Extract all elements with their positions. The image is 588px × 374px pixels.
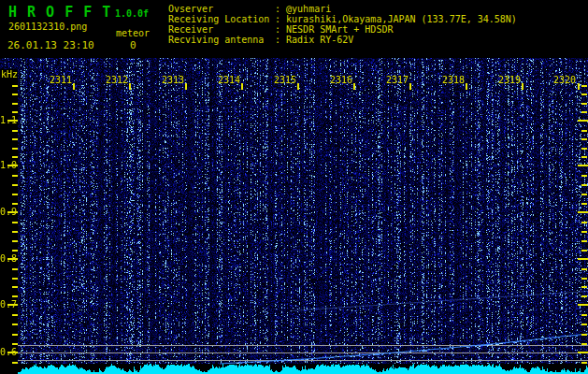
station-info-row: Receiving Location: kurashiki,Okayama,JA… (168, 14, 517, 24)
info-row-separator: : (275, 35, 286, 45)
info-row-value: Radix RY-62V (286, 35, 353, 45)
datetime-label: 26.01.13 23:10 (7, 39, 94, 51)
info-row-value: NESDR SMArt + HDSDR (286, 24, 393, 35)
info-row-label: Ovserver (168, 4, 275, 14)
info-row-separator: : (275, 24, 286, 35)
output-filename: 2601132310.png (8, 22, 87, 32)
info-row-separator: : (275, 14, 286, 24)
freq-axis-unit-label: kHz (1, 69, 18, 79)
time-tick-label: 2317 (386, 75, 409, 85)
spectrogram-canvas (0, 56, 588, 374)
info-row-separator: : (275, 4, 286, 14)
version-label: 1.0.0f (115, 8, 149, 19)
station-info-block: Ovserver: @yuhmariReceiving Location: ku… (168, 4, 517, 45)
info-row-label: Recviving antenna (168, 35, 275, 45)
freq-tick-label: 0.6 (0, 347, 17, 357)
freq-tick-label: 0.7 (0, 299, 17, 309)
time-tick-label: 2313 (162, 75, 184, 85)
info-row-value: @yuhmari (286, 4, 331, 14)
header-panel: H R O F F T 1.0.0f 2601132310.png meteor… (0, 0, 588, 56)
freq-tick-label: 0.9 (0, 207, 17, 217)
spectrogram-panel: kHz 1.11.00.90.80.70.6 23112312231323142… (0, 56, 588, 374)
hrofft-window: H R O F F T 1.0.0f 2601132310.png meteor… (0, 0, 588, 374)
freq-tick-label: 1.0 (0, 160, 17, 170)
time-tick-label: 2314 (218, 75, 240, 85)
freq-tick-label: 1.1 (0, 115, 17, 125)
station-info-row: Ovserver: @yuhmari (168, 4, 517, 14)
app-title: H R O F F T (8, 4, 111, 21)
echo-count: 0 (130, 39, 136, 51)
time-tick-label: 2315 (274, 75, 296, 85)
time-tick-label: 2318 (442, 75, 465, 85)
mode-label: meteor (116, 28, 150, 38)
freq-tick-label: 0.8 (0, 253, 17, 264)
info-row-label: Receiver (168, 24, 275, 35)
time-tick-label: 2320 (553, 75, 576, 85)
station-info-row: Receiver: NESDR SMArt + HDSDR (168, 24, 517, 35)
time-tick-label: 2319 (498, 75, 521, 85)
time-tick-label: 2316 (330, 75, 352, 85)
info-row-value: kurashiki,Okayama,JAPAN (133.77E, 34.58N… (286, 14, 517, 24)
info-row-label: Receiving Location (168, 14, 275, 24)
time-tick-label: 2311 (50, 75, 72, 85)
time-tick-label: 2312 (106, 75, 128, 85)
station-info-row: Recviving antenna: Radix RY-62V (168, 35, 517, 45)
